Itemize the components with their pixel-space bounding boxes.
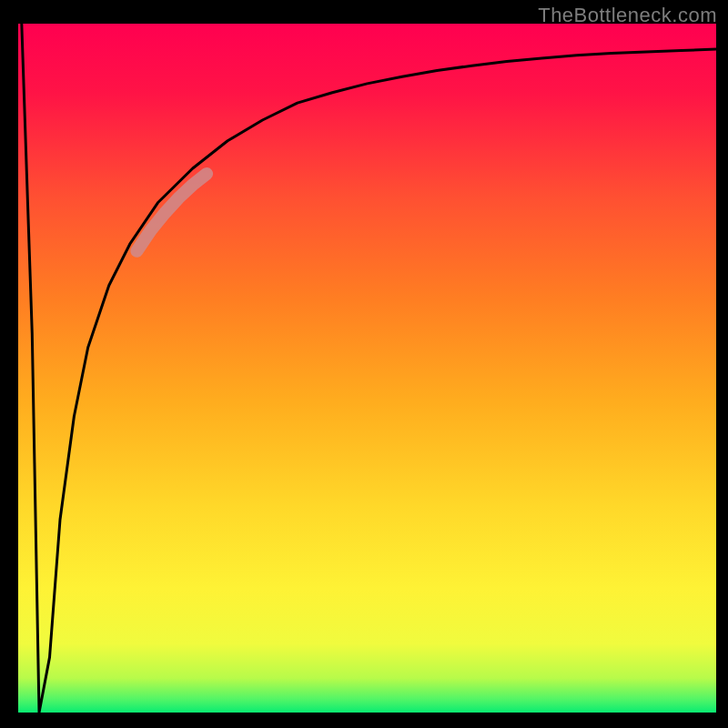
watermark-text: TheBottleneck.com <box>538 4 717 27</box>
bottleneck-chart <box>0 0 728 728</box>
plot-background <box>18 24 716 713</box>
chart-stage: TheBottleneck.com <box>0 0 728 728</box>
